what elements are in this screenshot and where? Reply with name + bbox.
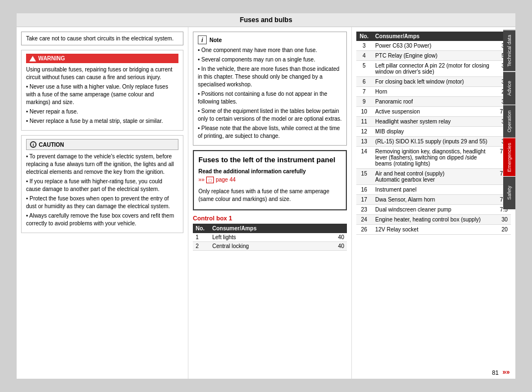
page-ref-line: »» □ page 44	[198, 177, 341, 183]
main-row-consumer: (RL-15) SIDO KI.15 supply (inputs 29 and…	[372, 137, 494, 147]
main-row-consumer: 12V Relay socket	[372, 225, 494, 235]
table-row: 17 Dwa Sensor, Alarm horn 7.5	[356, 195, 511, 205]
table-row: 10 Active suspension 7.5	[356, 107, 511, 117]
table-row: 24 Engine heater, heating control box (s…	[356, 215, 511, 225]
table-row: 16 Instrument panel 5	[356, 185, 511, 195]
table-row: 23 Dual windscreen cleaner pump 7.5	[356, 205, 511, 215]
cb1-col-consumer: Consumer/Amps	[209, 224, 347, 233]
caution-header: i CAUTION	[26, 139, 178, 150]
main-row-no: 4	[356, 51, 372, 61]
main-row-consumer: Instrument panel	[372, 185, 494, 195]
main-row-consumer: Power C63 (30 Power)	[372, 41, 494, 51]
table-row: 15 Air and heat control (supply)Automati…	[356, 169, 511, 185]
warning-bullet-2: Never repair a fuse.	[26, 108, 178, 116]
main-row-no: 7	[356, 87, 372, 97]
info-note-bullet-6: Please note that the above lists, while …	[198, 125, 342, 140]
sidebar-item-technical-data[interactable]: Technical data	[503, 30, 515, 71]
info-note-bullet-2: Several components may run on a single f…	[198, 56, 342, 64]
caution-circle-icon: i	[30, 141, 37, 148]
main-row-no: 26	[356, 225, 372, 235]
cb1-row-no: 2	[193, 241, 209, 250]
warning-bullet-1: Never use a fuse with a higher value. On…	[26, 83, 178, 106]
table-row: 14 Removing ignition key, diagnostics, h…	[356, 147, 511, 169]
main-row-no: 5	[356, 61, 372, 77]
main-row-no: 3	[356, 41, 372, 51]
caution-title: CAUTION	[39, 142, 64, 148]
table-row: 26 12V Relay socket 20	[356, 225, 511, 235]
main-row-no: 24	[356, 215, 372, 225]
page-ref: »» □ page 44	[198, 177, 236, 183]
main-col-consumer: Consumer/Amps	[372, 32, 494, 41]
main-row-no: 13	[356, 137, 372, 147]
cb1-col-no: No.	[193, 224, 209, 233]
main-row-consumer: PTC Relay (Engine glow)	[372, 51, 494, 61]
info-note-bullet-4: Positions not containing a fuse do not a…	[198, 90, 342, 106]
sidebar-item-emergencies[interactable]: Emergencies	[503, 138, 515, 177]
caution-box: i CAUTION To prevent damage to the vehic…	[21, 135, 183, 233]
table-row: 12 MIB display 5	[356, 127, 511, 137]
main-row-consumer: Air and heat control (supply)Automatic g…	[372, 169, 494, 185]
table-row: 5 Left pillar connector A pin 22 (motor …	[356, 61, 511, 77]
caution-bullet-3: Protect the fuse boxes when open to prev…	[26, 195, 178, 210]
control-box-1-table: No. Consumer/Amps 1 Left lights 40 2 Cen…	[193, 224, 347, 251]
main-row-no: 23	[356, 205, 372, 215]
table-row: 7 Horn 20	[356, 87, 511, 97]
control-box-1-title: Control box 1	[193, 215, 347, 221]
main-row-no: 16	[356, 185, 372, 195]
table-row: 3 Power C63 (30 Power) 30	[356, 41, 511, 51]
main-row-no: 11	[356, 117, 372, 127]
page-number: 81	[492, 369, 499, 376]
cb1-row-consumer: Central locking 40	[209, 241, 347, 250]
sidebar-item-advice[interactable]: Advice	[503, 71, 515, 105]
main-row-consumer: Dwa Sensor, Alarm horn	[372, 195, 494, 205]
main-row-consumer: Horn	[372, 87, 494, 97]
page-ref-text: page 44	[216, 177, 236, 183]
main-row-amps: 30	[494, 215, 511, 225]
main-row-no: 10	[356, 107, 372, 117]
caution-bullet-2: If you replace a fuse with higher-rating…	[26, 178, 178, 193]
main-row-consumer: Engine heater, heating control box (supp…	[372, 215, 494, 225]
main-row-no: 9	[356, 97, 372, 107]
info-note-bullet-1: One component may have more than one fus…	[198, 47, 342, 54]
main-row-no: 15	[356, 169, 372, 185]
main-row-amps: 20	[494, 225, 511, 235]
body-text: Only replace fuses with a fuse of the sa…	[198, 188, 341, 203]
sidebar-item-safety[interactable]: Safety	[503, 176, 515, 209]
page-container: Fuses and bulbs Take care not to cause s…	[0, 0, 532, 392]
instrument-panel-title: Fuses to the left of the instrument pane…	[198, 156, 341, 165]
page-title: Fuses and bulbs	[240, 16, 293, 24]
book-page: Fuses and bulbs Take care not to cause s…	[17, 13, 515, 379]
read-additional-label: Read the additional information carefull…	[198, 168, 341, 174]
main-row-consumer: For closing back left window (motor)	[372, 77, 494, 87]
table-row: 11 Headlight washer system relay 30	[356, 117, 511, 127]
side-tabs: Technical data Advice Operation Emergenc…	[503, 30, 515, 209]
main-row-consumer: Left pillar connector A pin 22 (motor fo…	[372, 61, 494, 77]
instrument-panel-box: Fuses to the left of the instrument pane…	[193, 150, 347, 210]
warning-body: Using unsuitable fuses, repairing fuses …	[26, 66, 178, 81]
warning-title: WARNING	[38, 55, 65, 61]
main-row-consumer: Dual windscreen cleaner pump	[372, 205, 494, 215]
main-row-consumer: MIB display	[372, 127, 494, 137]
top-note-text: Take care not to cause short circuits in…	[26, 35, 173, 42]
sidebar-item-operation[interactable]: Operation	[503, 105, 515, 138]
caution-bullet-4: Always carefully remove the fuse box cov…	[26, 212, 178, 228]
main-row-no: 12	[356, 127, 372, 137]
mid-column: i Note One component may have more than …	[188, 27, 352, 379]
page-content: Take care not to cause short circuits in…	[17, 27, 515, 379]
info-note-icon: i	[198, 35, 207, 44]
read-label-text: Read the additional information carefull…	[198, 168, 306, 174]
left-column: Take care not to cause short circuits in…	[17, 27, 188, 379]
main-col-no: No.	[356, 32, 372, 41]
warning-header: WARNING	[26, 54, 178, 63]
main-row-no: 14	[356, 147, 372, 169]
main-row-consumer: Active suspension	[372, 107, 494, 117]
info-note-header: i Note	[198, 35, 342, 44]
table-row: 9 Panoramic roof 30	[356, 97, 511, 107]
main-row-consumer: Panoramic roof	[372, 97, 494, 107]
table-row: 1 Left lights 40	[193, 233, 347, 242]
right-column: No. Consumer/Amps 3 Power C63 (30 Power)…	[352, 27, 515, 379]
main-row-no: 6	[356, 77, 372, 87]
cb1-row-no: 1	[193, 233, 209, 242]
top-note-box: Take care not to cause short circuits in…	[21, 32, 183, 45]
page-header: Fuses and bulbs	[17, 13, 515, 27]
